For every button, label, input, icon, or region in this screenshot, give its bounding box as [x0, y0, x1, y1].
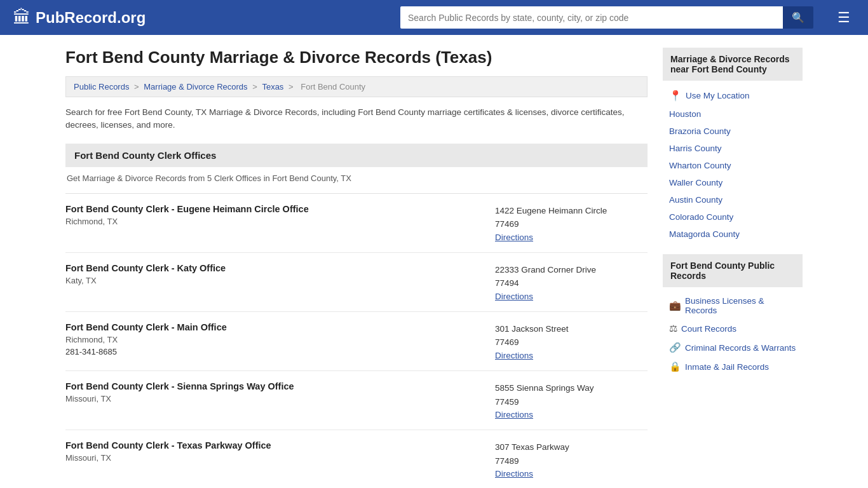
pub-record-link-2[interactable]: Criminal Records & Warrants — [685, 343, 796, 353]
nearby-list: 📍 Use My Location HoustonBrazoria County… — [663, 86, 803, 243]
section-subtext: Get Marriage & Divorce Records from 5 Cl… — [65, 173, 648, 183]
office-address-3: 5855 Sienna Springs Way77459 — [495, 381, 648, 409]
use-location-link[interactable]: Use My Location — [686, 91, 750, 100]
search-button[interactable]: 🔍 — [783, 6, 813, 29]
office-entry: Fort Bend County Clerk - Eugene Heimann … — [65, 194, 648, 253]
office-right-2: 301 Jackson Street77469 Directions — [482, 322, 648, 360]
office-city-3: Missouri, TX — [65, 394, 482, 403]
office-right-4: 307 Texas Parkway77489 Directions — [482, 440, 648, 478]
nearby-link-0[interactable]: Houston — [669, 109, 701, 119]
office-city-1: Katy, TX — [65, 276, 482, 285]
sidebar-nearby-item-5[interactable]: Austin County — [663, 191, 803, 208]
nearby-link-3[interactable]: Wharton County — [669, 161, 731, 170]
office-city-2: Richmond, TX — [65, 335, 482, 344]
site-logo[interactable]: 🏛 PubRecord.org — [13, 7, 146, 28]
pub-record-icon-3: 🔒 — [669, 361, 681, 372]
office-right-1: 22333 Grand Corner Drive77494 Directions — [482, 263, 648, 301]
sidebar-nearby-item-1[interactable]: Brazoria County — [663, 123, 803, 140]
content-area: Fort Bend County Marriage & Divorce Reco… — [65, 48, 648, 488]
pub-record-link-0[interactable]: Business Licenses & Records — [685, 296, 796, 315]
sidebar-use-location[interactable]: 📍 Use My Location — [663, 86, 803, 105]
sidebar-nearby-item-3[interactable]: Wharton County — [663, 157, 803, 174]
office-left-0: Fort Bend County Clerk - Eugene Heimann … — [65, 204, 482, 242]
intro-text: Search for free Fort Bend County, TX Mar… — [65, 106, 648, 132]
directions-link-1[interactable]: Directions — [495, 292, 533, 301]
directions-link-3[interactable]: Directions — [495, 410, 533, 419]
nearby-link-6[interactable]: Colorado County — [669, 212, 733, 222]
sidebar-nearby-item-6[interactable]: Colorado County — [663, 208, 803, 226]
section-header: Fort Bend County Clerk Offices — [65, 144, 648, 167]
office-name-0: Fort Bend County Clerk - Eugene Heimann … — [65, 204, 482, 214]
breadcrumb-public-records[interactable]: Public Records — [74, 82, 129, 92]
sidebar-nearby-item-0[interactable]: Houston — [663, 105, 803, 123]
office-address-0: 1422 Eugene Heimann Circle77469 — [495, 204, 648, 231]
pub-record-item-3[interactable]: 🔒 Inmate & Jail Records — [663, 357, 803, 376]
search-icon: 🔍 — [792, 12, 804, 23]
office-left-3: Fort Bend County Clerk - Sienna Springs … — [65, 381, 482, 419]
pub-record-item-1[interactable]: ⚖ Court Records — [663, 319, 803, 338]
breadcrumb-sep-3: > — [288, 82, 295, 92]
office-address-4: 307 Texas Parkway77489 — [495, 440, 648, 468]
office-entry: Fort Bend County Clerk - Katy Office Kat… — [65, 253, 648, 312]
sidebar-nearby-item-7[interactable]: Matagorda County — [663, 226, 803, 243]
pub-record-icon-2: 🔗 — [669, 342, 681, 353]
office-name-3: Fort Bend County Clerk - Sienna Springs … — [65, 381, 482, 391]
menu-button[interactable]: ☰ — [832, 8, 855, 27]
location-icon: 📍 — [669, 90, 682, 102]
nearby-link-1[interactable]: Brazoria County — [669, 126, 731, 136]
office-address-1: 22333 Grand Corner Drive77494 — [495, 263, 648, 290]
office-list: Fort Bend County Clerk - Eugene Heimann … — [65, 193, 648, 489]
breadcrumb: Public Records > Marriage & Divorce Reco… — [65, 76, 648, 97]
office-city-0: Richmond, TX — [65, 217, 482, 226]
nearby-link-7[interactable]: Matagorda County — [669, 229, 740, 239]
search-input[interactable] — [400, 6, 783, 29]
pub-record-link-3[interactable]: Inmate & Jail Records — [685, 362, 769, 372]
breadcrumb-sep-1: > — [134, 82, 141, 92]
page-title: Fort Bend County Marriage & Divorce Reco… — [65, 48, 648, 67]
directions-link-0[interactable]: Directions — [495, 233, 533, 242]
office-name-2: Fort Bend County Clerk - Main Office — [65, 322, 482, 332]
office-entry: Fort Bend County Clerk - Main Office Ric… — [65, 312, 648, 371]
breadcrumb-marriage-divorce[interactable]: Marriage & Divorce Records — [144, 82, 247, 92]
search-bar: 🔍 — [400, 6, 813, 29]
nearby-link-4[interactable]: Waller County — [669, 178, 722, 187]
pub-record-link-1[interactable]: Court Records — [681, 324, 736, 334]
office-phone-2: 281-341-8685 — [65, 347, 482, 356]
sidebar-nearby-item-4[interactable]: Waller County — [663, 174, 803, 191]
pub-records-list: 💼 Business Licenses & Records ⚖ Court Re… — [663, 292, 803, 376]
pub-records-section-title: Fort Bend County Public Records — [663, 254, 803, 287]
logo-icon: 🏛 — [13, 7, 31, 28]
nearby-section-title: Marriage & Divorce Records near Fort Ben… — [663, 48, 803, 81]
directions-link-2[interactable]: Directions — [495, 351, 533, 360]
office-left-4: Fort Bend County Clerk - Texas Parkway O… — [65, 440, 482, 478]
office-name-4: Fort Bend County Clerk - Texas Parkway O… — [65, 440, 482, 451]
office-right-0: 1422 Eugene Heimann Circle77469 Directio… — [482, 204, 648, 242]
office-left-1: Fort Bend County Clerk - Katy Office Kat… — [65, 263, 482, 301]
office-address-2: 301 Jackson Street77469 — [495, 322, 648, 349]
breadcrumb-texas[interactable]: Texas — [262, 82, 283, 92]
office-right-3: 5855 Sienna Springs Way77459 Directions — [482, 381, 648, 419]
office-name-1: Fort Bend County Clerk - Katy Office — [65, 263, 482, 273]
nearby-link-2[interactable]: Harris County — [669, 144, 722, 153]
office-city-4: Missouri, TX — [65, 453, 482, 463]
breadcrumb-current: Fort Bend County — [301, 82, 365, 92]
pub-record-item-0[interactable]: 💼 Business Licenses & Records — [663, 292, 803, 319]
directions-link-4[interactable]: Directions — [495, 469, 533, 478]
pub-record-icon-1: ⚖ — [669, 323, 677, 334]
sidebar-nearby-item-2[interactable]: Harris County — [663, 140, 803, 157]
hamburger-icon: ☰ — [837, 10, 850, 25]
logo-text: PubRecord.org — [36, 9, 146, 27]
office-entry: Fort Bend County Clerk - Sienna Springs … — [65, 371, 648, 430]
breadcrumb-sep-2: > — [252, 82, 259, 92]
pub-record-icon-0: 💼 — [669, 300, 681, 311]
nearby-link-5[interactable]: Austin County — [669, 195, 722, 205]
sidebar: Marriage & Divorce Records near Fort Ben… — [663, 48, 803, 488]
office-left-2: Fort Bend County Clerk - Main Office Ric… — [65, 322, 482, 360]
pub-record-item-2[interactable]: 🔗 Criminal Records & Warrants — [663, 338, 803, 357]
office-entry: Fort Bend County Clerk - Texas Parkway O… — [65, 430, 648, 488]
